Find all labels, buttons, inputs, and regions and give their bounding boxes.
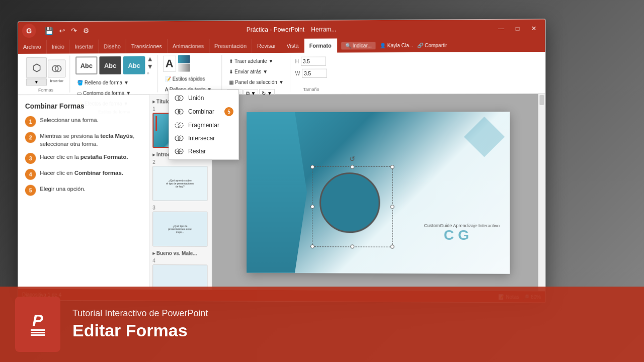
slide-canvas: ↺ CustomGuide Aprendizaje Interactivo C … bbox=[247, 112, 510, 274]
styles-more[interactable]: ⬦ bbox=[146, 70, 153, 75]
styles-scroll-up[interactable]: ▲ bbox=[146, 55, 153, 62]
dropdown-restar[interactable]: Restar bbox=[169, 145, 238, 158]
step-2-text: Mientras se presiona la tecla Mayús, sel… bbox=[40, 132, 142, 148]
step-4-text: Hacer clic en Combinar formas. bbox=[40, 169, 123, 177]
handle-tl[interactable] bbox=[310, 165, 314, 169]
tab-formato[interactable]: Formato bbox=[304, 39, 337, 53]
redo-button[interactable]: ↷ bbox=[69, 26, 79, 36]
combine-dropdown-menu: Unión Combinar 5 Fragmentar bbox=[169, 89, 239, 160]
maximize-button[interactable]: □ bbox=[510, 23, 524, 34]
user-account[interactable]: 👤 Kayla Cla... bbox=[380, 42, 413, 48]
styles-scroll-down[interactable]: ▼ bbox=[146, 63, 153, 70]
dropdown-union[interactable]: Unión bbox=[169, 92, 238, 105]
save-button[interactable]: 💾 bbox=[43, 26, 55, 36]
tab-transiciones[interactable]: Transiciones bbox=[126, 39, 168, 53]
handle-tr[interactable] bbox=[390, 165, 394, 169]
slide-img-3: ¿Qué tipo depresentaciones estánmejor... bbox=[152, 212, 207, 247]
formas-gallery[interactable]: ⬡ ▼ bbox=[26, 57, 47, 85]
bottom-text-block: Tutorial Interactivo de PowerPoint Edita… bbox=[72, 308, 208, 340]
step-4: 4 Hacer clic en Combinar formas. bbox=[25, 169, 142, 180]
step-badge-4: 4 bbox=[25, 169, 36, 180]
dropdown-intersecar[interactable]: Intersecar bbox=[169, 132, 238, 145]
ribbon-group-size: H W Tamaño bbox=[291, 55, 332, 92]
step-badge-5: 5 bbox=[25, 185, 36, 196]
formas-items: ⬡ ▼ Insertar bbox=[26, 56, 66, 87]
step-3-text: Hacer clic en la pestaña Formato. bbox=[40, 153, 128, 161]
circle-shape[interactable] bbox=[319, 172, 380, 233]
style-btn-2[interactable]: Abc bbox=[99, 56, 121, 74]
handle-ml[interactable] bbox=[310, 205, 314, 209]
customize-button[interactable]: ⚙ bbox=[81, 26, 92, 36]
tab-animaciones[interactable]: Animaciones bbox=[168, 39, 209, 53]
handle-br[interactable] bbox=[390, 244, 394, 248]
formas-group-label: Formas bbox=[38, 87, 53, 93]
ribbon-tabs: Archivo Inicio Insertar Diseño Transicio… bbox=[18, 38, 545, 54]
handle-bc[interactable] bbox=[350, 244, 354, 248]
slide-thumb-2[interactable]: 2 ¿Qué aprendo sobreel tipo de presentac… bbox=[152, 159, 208, 201]
tab-revisar[interactable]: Revisar bbox=[252, 39, 281, 53]
step-5: 5 Elegir una opción. bbox=[25, 185, 142, 196]
tab-diseno[interactable]: Diseño bbox=[99, 39, 126, 53]
selection-panel-btn[interactable]: ▦ Panel de selección ▼ bbox=[227, 77, 286, 87]
rotate-handle[interactable]: ↺ bbox=[349, 154, 355, 162]
tab-inicio[interactable]: Inicio bbox=[47, 40, 70, 54]
tab-presentacion[interactable]: Presentación bbox=[209, 39, 252, 53]
step-5-text: Elegir una opción. bbox=[40, 185, 86, 193]
handle-mr[interactable] bbox=[390, 205, 394, 209]
ppt-body: Combinar Formas 1 Seleccionar una forma.… bbox=[18, 94, 545, 292]
canvas-teal-diamond bbox=[464, 117, 505, 157]
tab-archivo[interactable]: Archivo bbox=[18, 40, 47, 54]
style-btn-3[interactable]: Abc bbox=[123, 56, 145, 74]
quick-styles-btn[interactable]: 📝 Estilos rápidos bbox=[163, 73, 217, 83]
search-box[interactable]: 🔍 Indicar... bbox=[341, 42, 376, 49]
powerpoint-logo: P bbox=[15, 297, 60, 352]
slide-img-4 bbox=[152, 264, 207, 290]
combinar-icon bbox=[174, 108, 184, 116]
send-back-btn[interactable]: ⬇ Enviar atrás ▼ bbox=[227, 66, 286, 76]
powerpoint-window: G 💾 ↩ ↷ ⚙ Práctica - PowerPoint Herram..… bbox=[18, 19, 545, 303]
close-button[interactable]: ✕ bbox=[527, 23, 541, 34]
wordart-styles: A bbox=[163, 55, 190, 72]
step-1-text: Seleccionar una forma. bbox=[40, 116, 98, 124]
dropdown-fragmentar[interactable]: Fragmentar bbox=[169, 119, 238, 132]
restar-icon bbox=[174, 147, 184, 155]
intersecar-label: Intersecar bbox=[188, 135, 215, 142]
screen-container: G 💾 ↩ ↷ ⚙ Práctica - PowerPoint Herram..… bbox=[18, 19, 545, 303]
combinar-formas-button[interactable]: Insertar bbox=[48, 59, 65, 83]
wordart-color-1[interactable] bbox=[178, 55, 190, 63]
title-bar: G 💾 ↩ ↷ ⚙ Práctica - PowerPoint Herram..… bbox=[18, 19, 545, 40]
size-group-label: Tamaño bbox=[303, 87, 319, 92]
minimize-button[interactable]: — bbox=[494, 23, 508, 34]
height-input[interactable] bbox=[301, 57, 326, 66]
app-icon: G bbox=[22, 24, 36, 38]
share-button[interactable]: 🔗 Compartir bbox=[417, 42, 447, 48]
undo-button[interactable]: ↩ bbox=[57, 26, 67, 36]
dropdown-combinar[interactable]: Combinar 5 bbox=[169, 105, 238, 119]
tab-insertar[interactable]: Insertar bbox=[70, 40, 99, 54]
vertical-scrollbar[interactable] bbox=[538, 94, 545, 292]
intersecar-icon bbox=[174, 134, 184, 142]
slides-section-bueno: ▸ Bueno vs. Male... bbox=[152, 250, 208, 256]
handle-tc[interactable] bbox=[350, 165, 354, 169]
tab-vista[interactable]: Vista bbox=[281, 39, 304, 53]
bottom-overlay: P Tutorial Interactivo de PowerPoint Edi… bbox=[0, 287, 644, 362]
ribbon-group-organize: ⬆ Traer adelante ▼ ⬇ Enviar atrás ▼ ▦ Pa… bbox=[223, 55, 290, 92]
style-btn-1[interactable]: Abc bbox=[75, 56, 97, 74]
svg-point-11 bbox=[178, 136, 181, 141]
slide-thumb-3[interactable]: 3 ¿Qué tipo depresentaciones estánmejor.… bbox=[152, 205, 208, 247]
slide-img-2: ¿Qué aprendo sobreel tipo de presentacio… bbox=[152, 166, 207, 201]
wordart-A-style[interactable]: A bbox=[163, 55, 176, 71]
step-badge-1: 1 bbox=[25, 116, 36, 127]
fragmentar-label: Fragmentar bbox=[188, 122, 219, 129]
window-controls: — □ ✕ bbox=[494, 23, 541, 35]
wordart-color-2[interactable] bbox=[178, 64, 190, 72]
instruction-panel: Combinar Formas 1 Seleccionar una forma.… bbox=[18, 95, 149, 290]
restar-label: Restar bbox=[188, 148, 206, 155]
width-input[interactable] bbox=[302, 69, 327, 78]
fill-btn[interactable]: 🪣 Relleno de forma ▼ bbox=[75, 77, 133, 87]
slide-thumb-4[interactable]: 4 bbox=[152, 258, 208, 290]
union-icon bbox=[174, 94, 184, 102]
bring-forward-btn[interactable]: ⬆ Traer adelante ▼ bbox=[227, 56, 286, 66]
handle-bl[interactable] bbox=[310, 244, 314, 248]
ribbon-content: ⬡ ▼ Insertar bbox=[18, 52, 545, 95]
